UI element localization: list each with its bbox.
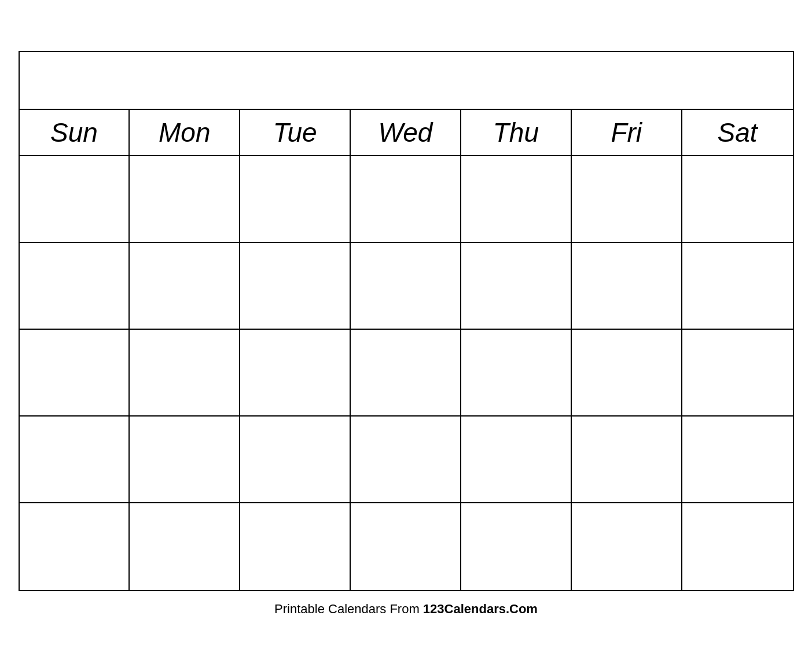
table-row[interactable]	[461, 243, 572, 330]
day-header-mon: Mon	[130, 110, 240, 155]
calendar-container: Sun Mon Tue Wed Thu Fri Sat	[19, 51, 794, 591]
table-row[interactable]	[682, 330, 793, 417]
table-row[interactable]	[461, 417, 572, 503]
footer-bold-text: 123Calendars.Com	[423, 602, 538, 616]
footer: Printable Calendars From 123Calendars.Co…	[274, 602, 538, 617]
day-header-fri: Fri	[572, 110, 682, 155]
table-row[interactable]	[572, 330, 682, 417]
table-row[interactable]	[351, 503, 461, 590]
footer-normal-text: Printable Calendars From	[274, 602, 423, 616]
calendar-grid	[20, 156, 793, 590]
day-header-sun: Sun	[20, 110, 130, 155]
table-row[interactable]	[130, 503, 240, 590]
table-row[interactable]	[20, 503, 130, 590]
table-row[interactable]	[130, 243, 240, 330]
table-row[interactable]	[240, 243, 351, 330]
table-row[interactable]	[240, 330, 351, 417]
calendar-wrapper: Sun Mon Tue Wed Thu Fri Sat	[19, 51, 794, 617]
table-row[interactable]	[572, 503, 682, 590]
table-row[interactable]	[461, 156, 572, 243]
table-row[interactable]	[240, 156, 351, 243]
table-row[interactable]	[240, 417, 351, 503]
table-row[interactable]	[351, 330, 461, 417]
table-row[interactable]	[130, 417, 240, 503]
table-row[interactable]	[572, 243, 682, 330]
table-row[interactable]	[461, 330, 572, 417]
table-row[interactable]	[20, 156, 130, 243]
calendar-title-row	[20, 52, 793, 110]
table-row[interactable]	[682, 156, 793, 243]
table-row[interactable]	[351, 417, 461, 503]
table-row[interactable]	[682, 243, 793, 330]
day-header-tue: Tue	[240, 110, 351, 155]
table-row[interactable]	[572, 417, 682, 503]
day-header-thu: Thu	[461, 110, 572, 155]
day-header-sat: Sat	[682, 110, 793, 155]
table-row[interactable]	[20, 243, 130, 330]
table-row[interactable]	[461, 503, 572, 590]
table-row[interactable]	[20, 417, 130, 503]
day-header-wed: Wed	[351, 110, 461, 155]
table-row[interactable]	[351, 156, 461, 243]
table-row[interactable]	[130, 330, 240, 417]
table-row[interactable]	[682, 417, 793, 503]
table-row[interactable]	[240, 503, 351, 590]
table-row[interactable]	[130, 156, 240, 243]
table-row[interactable]	[351, 243, 461, 330]
table-row[interactable]	[682, 503, 793, 590]
calendar-header: Sun Mon Tue Wed Thu Fri Sat	[20, 110, 793, 156]
table-row[interactable]	[20, 330, 130, 417]
table-row[interactable]	[572, 156, 682, 243]
